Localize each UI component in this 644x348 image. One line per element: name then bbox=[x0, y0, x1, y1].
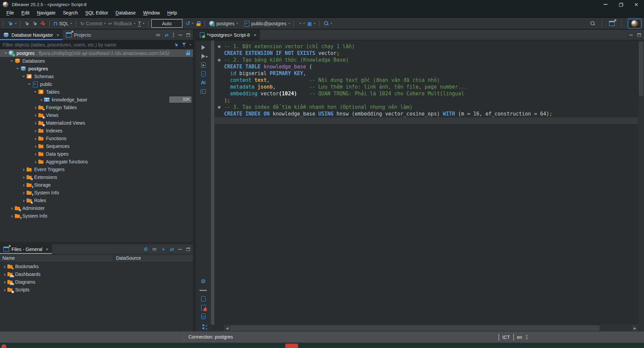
filter-funnel-icon[interactable] bbox=[182, 42, 186, 47]
tree-item-indexes[interactable]: ›Indexes bbox=[0, 127, 193, 134]
compare-button[interactable]: ▦▾ bbox=[306, 20, 317, 27]
close-tab-icon[interactable]: × bbox=[254, 32, 256, 38]
toolbar-drag-handle[interactable] bbox=[293, 21, 294, 26]
tab-files-general[interactable]: Files - General × bbox=[0, 244, 52, 254]
code-line-9[interactable]: ); bbox=[211, 97, 638, 104]
execute-statement-button[interactable] bbox=[198, 43, 208, 52]
menu-database[interactable]: Database bbox=[112, 9, 139, 17]
chevron-right-icon[interactable]: › bbox=[33, 105, 38, 110]
toolbar-drag-handle[interactable] bbox=[76, 21, 77, 26]
tab-script-8[interactable]: *<postgres> Script-8 × bbox=[196, 30, 260, 40]
tree-item-schemas[interactable]: ›▦Schemas bbox=[0, 72, 193, 80]
taskbar-app-icon[interactable] bbox=[285, 344, 298, 348]
toolbar-drag-handle[interactable] bbox=[3, 21, 4, 26]
tree-item-administer[interactable]: ›⚙Administer bbox=[0, 204, 193, 212]
code-line-8[interactable]: embedding vector(1024) -- QUAN TRỌNG: Ph… bbox=[211, 90, 638, 97]
menu-help[interactable]: Help bbox=[164, 9, 181, 17]
close-tab-icon[interactable]: × bbox=[46, 247, 48, 252]
chevron-down-icon[interactable]: › bbox=[4, 51, 9, 56]
chevron-right-icon[interactable]: › bbox=[33, 159, 38, 164]
menu-edit[interactable]: Edit bbox=[18, 9, 33, 17]
isolation-lock-button[interactable] bbox=[195, 20, 202, 27]
connection-selector[interactable]: postgres▾ bbox=[208, 20, 239, 27]
tab-projects[interactable]: Projects bbox=[63, 30, 95, 40]
minimize-panel-icon[interactable] bbox=[178, 35, 182, 35]
problems-panel-button[interactable]: ! bbox=[198, 303, 208, 312]
maximize-panel-icon[interactable] bbox=[186, 33, 190, 37]
status-language[interactable]: en bbox=[517, 335, 523, 340]
sql-console-button[interactable] bbox=[198, 87, 208, 96]
tree-item-event-triggers[interactable]: ›Event Triggers bbox=[0, 165, 193, 173]
chevron-down-icon[interactable]: › bbox=[33, 89, 38, 95]
search-button[interactable]: ▾ bbox=[322, 20, 333, 27]
column-header-name[interactable]: Name bbox=[0, 254, 114, 262]
tree-item-tables[interactable]: ›≣Tables bbox=[0, 88, 193, 96]
files-item-diagrams[interactable]: ›dbDiagrams bbox=[0, 278, 193, 286]
chevron-right-icon[interactable]: › bbox=[33, 113, 38, 118]
gear-icon[interactable]: ⚙ bbox=[144, 246, 148, 252]
restore-button[interactable] bbox=[613, 0, 629, 9]
status-menu-icon[interactable] bbox=[526, 337, 527, 338]
chevron-down-icon[interactable]: › bbox=[15, 66, 21, 71]
reconnect-button[interactable] bbox=[31, 20, 39, 27]
chevron-right-icon[interactable]: › bbox=[33, 128, 38, 133]
output-panel-button[interactable]: → bbox=[198, 294, 208, 303]
scroll-right-icon[interactable]: ▶ bbox=[632, 325, 638, 331]
chevron-right-icon[interactable]: › bbox=[33, 151, 38, 156]
filter-connection-icon[interactable] bbox=[173, 41, 179, 48]
scrollbar-thumb[interactable] bbox=[230, 325, 600, 331]
chevron-right-icon[interactable]: › bbox=[9, 205, 15, 211]
sql-code[interactable]: -- 1. Bật extension vector (chỉ chạy 1 l… bbox=[211, 43, 638, 124]
code-line-10[interactable]: -- 3. Tạo index để tìm kiếm nhanh hơn (O… bbox=[211, 104, 638, 110]
code-line-7[interactable]: metadata jsonb, -- Lưu thêm info: link ả… bbox=[211, 84, 638, 90]
tree-item-knowledge_base[interactable]: ›knowledge_base32K bbox=[0, 96, 193, 103]
disconnect-button[interactable] bbox=[39, 20, 47, 27]
files-item-scripts[interactable]: ›▣Scripts bbox=[0, 286, 193, 293]
minimize-button[interactable] bbox=[598, 0, 613, 9]
dashboard-button[interactable]: ◔▾ bbox=[297, 20, 306, 27]
ai-assistant-button[interactable]: AI bbox=[198, 78, 208, 87]
files-item-dashboards[interactable]: ›dbDashboards bbox=[0, 270, 193, 278]
tab-database-navigator[interactable]: Database Navigator × bbox=[0, 30, 63, 40]
chevron-right-icon[interactable]: › bbox=[9, 213, 15, 218]
chevron-down-icon[interactable]: › bbox=[9, 58, 14, 64]
tree-item-system-info[interactable]: ›iSystem Info bbox=[0, 189, 193, 196]
refresh-icon[interactable]: ⇄ bbox=[170, 247, 174, 252]
maximize-editor-icon[interactable] bbox=[637, 33, 641, 37]
code-line-5[interactable]: id bigserial PRIMARY KEY, bbox=[211, 70, 638, 77]
code-line-1[interactable]: -- 1. Bật extension vector (chỉ chạy 1 l… bbox=[211, 43, 638, 50]
rollback-button[interactable]: ↩ Rollback▾ bbox=[107, 20, 137, 27]
connect-button[interactable] bbox=[23, 20, 31, 27]
files-item-bookmarks[interactable]: ›★Bookmarks bbox=[0, 262, 193, 270]
variables-panel-button[interactable]: [x] bbox=[198, 312, 208, 321]
expand-icon[interactable]: ＋ bbox=[161, 246, 166, 252]
toolbar-drag-handle[interactable] bbox=[148, 21, 149, 26]
tree-item-storage[interactable]: ›iStorage bbox=[0, 181, 193, 189]
status-timezone[interactable]: ICT bbox=[502, 335, 510, 340]
chevron-right-icon[interactable]: › bbox=[21, 190, 27, 195]
toolbar-drag-handle[interactable] bbox=[602, 21, 603, 26]
tree-item-extensions[interactable]: ›⚙Extensions bbox=[0, 173, 193, 181]
chevron-right-icon[interactable]: › bbox=[2, 272, 7, 277]
toolbar-drag-handle[interactable] bbox=[319, 21, 320, 26]
horizontal-scrollbar[interactable]: ◀ ▶ bbox=[224, 325, 638, 331]
horizontal-sash[interactable] bbox=[0, 242, 193, 244]
chevron-right-icon[interactable]: › bbox=[2, 264, 7, 269]
chevron-right-icon[interactable]: › bbox=[2, 279, 7, 284]
chevron-right-icon[interactable]: › bbox=[33, 120, 38, 125]
new-connection-button[interactable]: ▾ bbox=[6, 20, 18, 27]
outline-panel-button[interactable] bbox=[198, 321, 208, 329]
vertical-scrollbar[interactable] bbox=[638, 40, 644, 331]
tree-item-data-types[interactable]: ›Data types bbox=[0, 150, 193, 158]
status-connection[interactable]: Connection: postgres bbox=[188, 331, 233, 343]
minimize-editor-icon[interactable] bbox=[629, 35, 633, 35]
tree-item-foreign-tables[interactable]: ›∞Foreign Tables bbox=[0, 103, 193, 111]
scroll-left-icon[interactable]: ◀ bbox=[224, 325, 230, 331]
explain-plan-button[interactable]: ≡ bbox=[198, 69, 208, 78]
navigator-filter-input[interactable] bbox=[0, 40, 174, 49]
chevron-right-icon[interactable]: › bbox=[21, 198, 27, 203]
collapse-all-icon[interactable] bbox=[152, 248, 156, 249]
menu-sql-editor[interactable]: SQL Editor bbox=[81, 9, 112, 17]
new-sql-editor-button[interactable]: ⊓ SQL▾ bbox=[52, 20, 73, 28]
code-line-4[interactable]: CREATE TABLE knowledge_base ( bbox=[211, 63, 638, 70]
